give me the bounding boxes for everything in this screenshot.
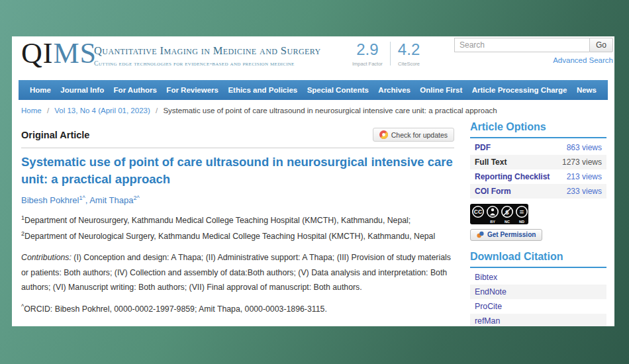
check-for-updates-label: Check for updates [391, 131, 448, 139]
author-list: Bibesh Pokhrel1^, Amit Thapa2^ [21, 195, 454, 205]
breadcrumb-volume-link[interactable]: Vol 13, No 4 (April 01, 2023) [54, 107, 150, 114]
article-main: Original Article Check for updates Syste… [21, 121, 454, 326]
full-text-view-count: 1273 views [562, 158, 602, 167]
citation-item-procite[interactable]: ProCite [470, 299, 606, 314]
sidebar-item-coi-form[interactable]: COI Form 233 views [470, 184, 606, 199]
section-divider [21, 148, 454, 148]
search-go-button[interactable]: Go [589, 38, 613, 52]
rightslink-icon [477, 231, 484, 238]
citescore-metric: 4.2 CiteScore [391, 40, 427, 67]
get-permission-button[interactable]: Get Permission [470, 229, 542, 241]
citation-item-bibtex[interactable]: Bibtex [470, 270, 606, 285]
main-navigation: Home Journal Info For Authors For Review… [19, 80, 608, 100]
check-for-updates-button[interactable]: Check for updates [373, 128, 454, 142]
orcid-line: ^ORCID: Bibesh Pokhrel, 0000-0002-1997-9… [21, 301, 454, 317]
nav-item-for-reviewers[interactable]: For Reviewers [164, 86, 220, 94]
impact-factor-value: 2.9 [352, 40, 383, 59]
by-label: BY [490, 220, 495, 224]
sidebar-item-reporting-checklist[interactable]: Reporting Checklist 213 views [470, 169, 606, 184]
get-permission-label: Get Permission [487, 231, 536, 238]
sidebar-item-pdf[interactable]: PDF 863 views [470, 140, 606, 155]
nav-item-special-contents[interactable]: Special Contents [305, 86, 371, 94]
journal-titles: Quantitative Imaging in Medicine and Sur… [94, 44, 321, 67]
breadcrumb-separator: / [156, 107, 158, 114]
journal-page: QIMS Quantitative Imaging in Medicine an… [12, 36, 614, 326]
coi-form-view-count: 233 views [567, 187, 602, 196]
citescore-value: 4.2 [398, 40, 420, 59]
masthead: QIMS Quantitative Imaging in Medicine an… [12, 36, 614, 80]
download-citation-heading: Download Citation [470, 251, 606, 268]
nav-item-home[interactable]: Home [28, 86, 53, 94]
nd-label: ND [519, 220, 524, 224]
author-link[interactable]: Bibesh Pokhrel1^ [21, 195, 85, 205]
nav-item-for-authors[interactable]: For Authors [112, 86, 159, 94]
cc-icon: CC [474, 208, 482, 215]
desktop-background: QIMS Quantitative Imaging in Medicine an… [0, 0, 629, 364]
journal-metrics: 2.9 Impact Factor 4.2 CiteScore [345, 40, 427, 67]
nav-item-ethics-and-policies[interactable]: Ethics and Policies [226, 86, 299, 94]
nav-item-news[interactable]: News [575, 86, 599, 94]
author-link[interactable]: Amit Thapa2^ [89, 195, 139, 205]
article-options-heading: Article Options [470, 121, 606, 138]
qims-logo[interactable]: QIMS [21, 39, 97, 68]
affiliations: 1Department of Neurosurgery, Kathmandu M… [21, 212, 454, 244]
impact-factor-label: Impact Factor [352, 61, 383, 67]
nav-item-journal-info[interactable]: Journal Info [58, 86, 106, 94]
impact-factor-metric: 2.9 Impact Factor [345, 40, 390, 67]
search-input[interactable] [454, 38, 589, 52]
citation-item-refman[interactable]: refMan [470, 314, 606, 326]
citescore-label: CiteScore [398, 61, 420, 67]
breadcrumb-separator: / [47, 107, 49, 114]
correspondence-label: Correspondence to: [21, 326, 93, 326]
citation-item-endnote[interactable]: EndNote [470, 285, 606, 299]
nc-label: NC [505, 220, 510, 224]
journal-title: Quantitative Imaging in Medicine and Sur… [94, 44, 321, 58]
crossmark-icon [379, 130, 388, 139]
search-area: Go Advanced Search [454, 38, 613, 64]
nav-item-online-first[interactable]: Online First [418, 86, 464, 94]
by-person-icon [491, 208, 494, 211]
nd-equals-icon: = [520, 208, 524, 216]
logo-text-blue: MS [53, 37, 97, 69]
pdf-view-count: 863 views [567, 143, 602, 152]
breadcrumb-current: Systematic use of point of care ultrasou… [163, 107, 497, 114]
correspondence-paragraph: Correspondence to: Prof. Amit Thapa, MBB… [21, 323, 454, 326]
sidebar-item-full-text[interactable]: Full Text 1273 views [470, 155, 606, 169]
journal-subtitle: Cutting edge technologies for evidence-b… [94, 60, 321, 67]
content-area: Original Article Check for updates Syste… [12, 121, 614, 326]
breadcrumb-home-link[interactable]: Home [21, 107, 42, 114]
nav-item-archives[interactable]: Archives [376, 86, 412, 94]
contributions-paragraph: Contributions: (I) Conception and design… [21, 250, 454, 295]
nav-item-article-processing-charge[interactable]: Article Processing Charge [470, 86, 569, 94]
contributions-label: Contributions: [21, 253, 72, 262]
article-sidebar: Article Options PDF 863 views Full Text … [470, 121, 606, 326]
reporting-checklist-view-count: 213 views [567, 172, 602, 181]
article-type-label: Original Article [21, 130, 89, 140]
advanced-search-link[interactable]: Advanced Search [454, 56, 613, 64]
logo-text-dark: QI [21, 37, 53, 69]
cc-by-nc-nd-license-badge[interactable]: CC $ = BY NC ND [470, 204, 528, 224]
article-title: Systematic use of point of care ultrasou… [21, 154, 454, 188]
author-affiliation-sup: 2^ [133, 195, 139, 201]
breadcrumb: Home / Vol 13, No 4 (April 01, 2023) / S… [12, 100, 614, 118]
author-affiliation-sup: 1^ [79, 195, 85, 201]
